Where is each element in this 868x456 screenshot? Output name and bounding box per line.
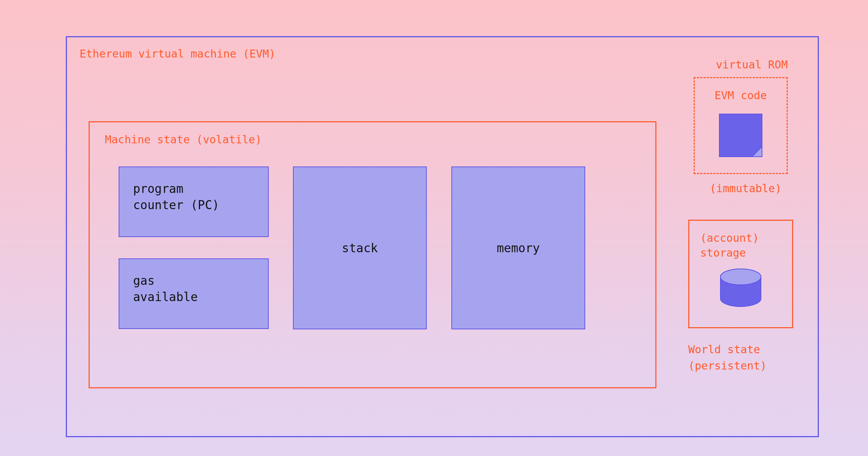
evm-code-label: EVM code: [695, 89, 787, 102]
storage-line2: storage: [700, 246, 781, 261]
svg-rect-0: [719, 114, 762, 157]
machine-state-container: Machine state (volatile) program counter…: [89, 121, 656, 388]
gas-available-box: gas available: [119, 258, 269, 329]
storage-title: (account) storage: [700, 231, 781, 260]
gas-label-line2: available: [133, 289, 254, 305]
memory-label: memory: [497, 241, 540, 255]
memory-box: memory: [451, 166, 585, 329]
evm-container: Ethereum virtual machine (EVM) Machine s…: [66, 36, 819, 437]
virtual-rom-label: virtual ROM: [716, 58, 788, 71]
virtual-rom-box: EVM code: [694, 77, 788, 174]
account-storage-box: (account) storage: [688, 220, 793, 328]
program-counter-box: program counter (PC): [119, 166, 269, 237]
immutable-label: (immutable): [710, 182, 782, 195]
svg-point-2: [720, 269, 761, 285]
world-state-label: World state (persistent): [688, 341, 793, 374]
stack-box: stack: [293, 166, 427, 329]
pc-label-line1: program: [133, 181, 254, 197]
diagram-canvas: Ethereum virtual machine (EVM) Machine s…: [11, 11, 857, 445]
world-state-line2: (persistent): [688, 358, 793, 374]
machine-state-title: Machine state (volatile): [105, 133, 261, 146]
pc-label-line2: counter (PC): [133, 197, 254, 214]
gas-label-line1: gas: [133, 273, 254, 289]
evm-title: Ethereum virtual machine (EVM): [80, 47, 276, 60]
storage-line1: (account): [700, 231, 781, 246]
document-icon: [717, 112, 764, 159]
database-icon: [715, 267, 766, 310]
stack-label: stack: [342, 241, 378, 255]
world-state-line1: World state: [688, 341, 793, 358]
